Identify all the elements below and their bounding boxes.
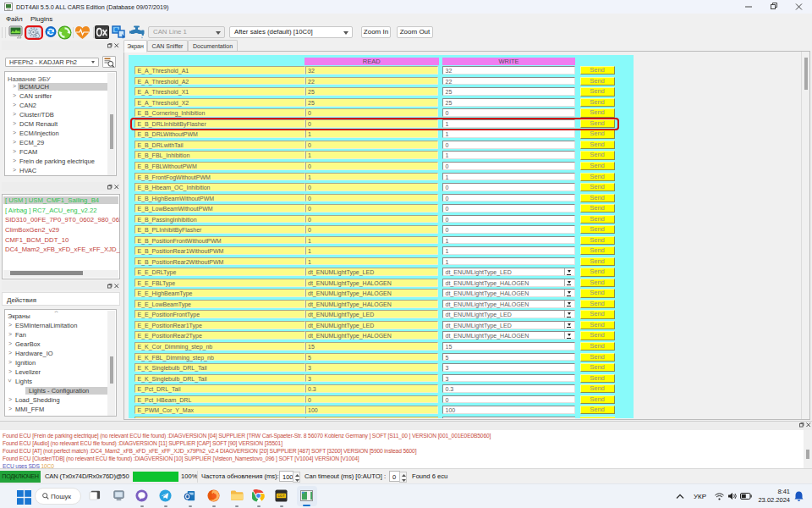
svg-text:DDT: DDT (277, 494, 285, 498)
